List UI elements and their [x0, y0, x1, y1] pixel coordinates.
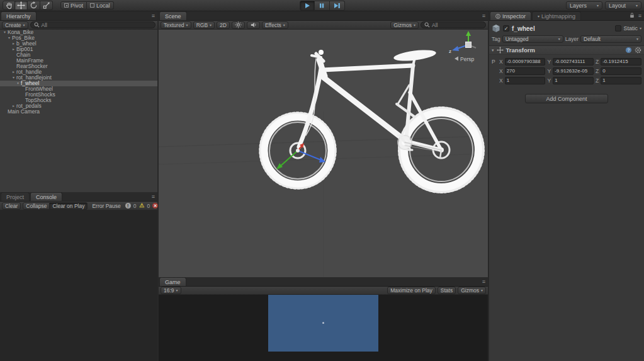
console-tabbar: Project Console ≡ [0, 192, 157, 202]
tab-scene[interactable]: Scene [159, 11, 187, 20]
hierarchy-item-selected[interactable]: ▾f_wheel [0, 81, 157, 86]
pause-button[interactable] [315, 1, 330, 11]
hierarchy-item[interactable]: Main Camera [0, 109, 157, 115]
transform-component-header[interactable]: ▾ Transform ? [489, 45, 644, 55]
panel-menu-icon[interactable]: ≡ [152, 13, 155, 19]
effects-dropdown[interactable]: Effects ▾ [262, 21, 288, 29]
scene-panel: Scene ≡ Textured ▾ RGB ▾ 2D Effects ▾ Gi… [159, 11, 488, 277]
tag-dropdown[interactable]: Untagged ▾ [502, 35, 563, 43]
scale-x-field[interactable]: 1 [505, 77, 546, 84]
lock-icon[interactable] [630, 13, 635, 20]
static-checkbox[interactable] [615, 25, 621, 32]
foldout-open-icon[interactable]: ▾ [11, 75, 16, 81]
layer-dropdown[interactable]: Default ▾ [580, 35, 641, 43]
rotate-tool-button[interactable] [28, 1, 40, 10]
foldout-closed-icon[interactable]: ▸ [11, 69, 16, 75]
orientation-gizmo[interactable]: z Persp [449, 31, 476, 62]
move-tool-button[interactable] [15, 1, 28, 10]
position-x-field[interactable]: -0.0009790388 [505, 58, 546, 66]
rotation-z-field[interactable]: 0 [601, 67, 641, 75]
tab-hierarchy[interactable]: Hierarchy [1, 11, 37, 20]
rotation-y-field[interactable]: -9.912632e-05 [553, 67, 594, 75]
pivot-label: Pivot [71, 3, 83, 9]
game-gizmos-dropdown[interactable]: Gizmos ▾ [458, 287, 486, 294]
hierarchy-search-input[interactable]: All [30, 21, 155, 28]
2d-toggle-button[interactable]: 2D [217, 21, 230, 29]
stats-button[interactable]: Stats [438, 287, 456, 294]
object-name-field[interactable]: f_wheel [512, 25, 613, 32]
static-toggle[interactable]: Static ▾ [615, 25, 641, 32]
aspect-ratio-dropdown[interactable]: 16:9 ▾ [161, 287, 181, 294]
local-toggle-button[interactable]: Local [87, 1, 114, 9]
maximize-on-play-button[interactable]: Maximize on Play [387, 287, 436, 294]
pivot-icon [64, 3, 69, 8]
scale-z-field[interactable]: 1 [601, 77, 641, 84]
add-component-button[interactable]: Add Component [525, 94, 608, 103]
active-checkbox[interactable]: ✓ [503, 25, 509, 32]
pan-tool-button[interactable] [3, 1, 15, 10]
hierarchy-item[interactable]: FrontShocks [0, 92, 157, 98]
panel-menu-icon[interactable]: ≡ [638, 13, 641, 19]
foldout-open-icon[interactable]: ▾ [15, 81, 21, 86]
hand-icon [5, 1, 13, 9]
tab-game[interactable]: Game [159, 277, 186, 286]
play-button[interactable] [300, 1, 315, 11]
foldout-open-icon[interactable]: ▾ [492, 48, 494, 52]
scene-canvas[interactable]: z Persp [159, 30, 488, 277]
console-panel: Project Console ≡ Clear Collapse Clear o… [0, 192, 157, 361]
persp-label[interactable]: Persp [460, 56, 474, 62]
foldout-closed-icon[interactable]: ▸ [11, 41, 16, 47]
console-log-area[interactable] [0, 210, 157, 361]
chevron-down-icon: ▾ [481, 289, 483, 292]
panel-menu-icon[interactable]: ≡ [152, 193, 155, 200]
tab-inspector[interactable]: Inspector [490, 11, 531, 20]
panel-menu-icon[interactable]: ≡ [482, 13, 485, 19]
gear-icon[interactable] [635, 47, 641, 54]
transform-title: Transform [506, 47, 623, 54]
tab-console[interactable]: Console [30, 192, 62, 201]
panel-menu-icon[interactable]: ≡ [482, 278, 485, 285]
shading-mode-dropdown[interactable]: Textured ▾ [161, 21, 191, 29]
position-y-field[interactable]: -0.002743111 [553, 58, 594, 66]
render-mode-dropdown[interactable]: RGB ▾ [193, 21, 215, 29]
foldout-open-icon[interactable]: ▾ [6, 35, 12, 41]
game-viewport[interactable] [159, 295, 488, 361]
bike-model[interactable] [261, 48, 483, 192]
transform-icon [497, 47, 504, 54]
rotation-x-field[interactable]: 270 [505, 67, 546, 75]
layout-dropdown[interactable]: Layout ▾ [605, 1, 641, 9]
scale-tool-button[interactable] [40, 1, 53, 10]
gizmos-dropdown[interactable]: Gizmos ▾ [390, 21, 419, 29]
scale-y-field[interactable]: 1 [553, 77, 594, 84]
create-dropdown[interactable]: Create ▾ [2, 21, 28, 29]
chevron-down-icon: ▾ [186, 23, 188, 27]
error-pause-button[interactable]: Error Pause [89, 202, 123, 210]
layers-dropdown[interactable]: Layers ▾ [566, 1, 602, 9]
speaker-icon [250, 21, 257, 28]
clear-button[interactable]: Clear [2, 202, 21, 210]
orientation-cube[interactable] [466, 42, 472, 48]
hierarchy-item[interactable]: FrontWheel [0, 86, 157, 92]
collapse-button[interactable]: Collapse [23, 202, 50, 210]
tab-project[interactable]: Project [1, 192, 30, 201]
foldout-open-icon[interactable]: ▾ [2, 30, 8, 35]
inspector-icon [495, 14, 500, 19]
audio-toggle-button[interactable] [247, 21, 260, 29]
transform-gizmo[interactable] [276, 143, 325, 169]
toolbar-right: Layers ▾ Layout ▾ [566, 1, 641, 9]
pivot-toggle-button[interactable]: Pivot [60, 1, 87, 9]
tab-lightmapping[interactable]: ▾ Lightmapping [532, 11, 581, 20]
scene-search-input[interactable]: All [421, 21, 486, 28]
clear-on-play-button[interactable]: Clear on Play [50, 202, 88, 210]
inspector-panel: Inspector ▾ Lightmapping ≡ ✓ f_wheel Sta… [489, 11, 644, 361]
lighting-toggle-button[interactable] [232, 21, 245, 29]
step-button[interactable] [330, 1, 345, 11]
static-label: Static [623, 25, 638, 32]
position-z-field[interactable]: -0.1912415 [601, 58, 641, 66]
scene-viewport[interactable]: z Persp [159, 30, 488, 277]
gizmo-center-handle[interactable] [296, 149, 300, 152]
help-icon[interactable]: ? [625, 47, 632, 54]
chevron-down-icon: ▾ [23, 23, 25, 27]
foldout-closed-icon[interactable]: ▸ [11, 47, 16, 52]
chevron-down-icon: ▾ [283, 23, 285, 27]
